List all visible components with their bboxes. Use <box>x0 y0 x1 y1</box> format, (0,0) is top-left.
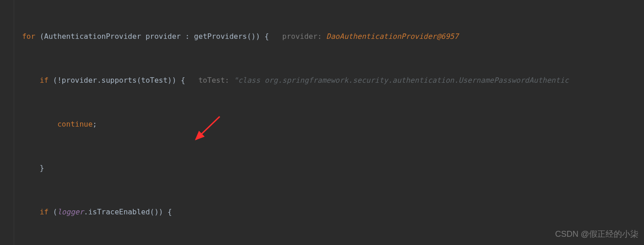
code-editor[interactable]: for (AuthenticationProvider provider : g… <box>0 0 644 245</box>
code-line[interactable]: if (logger.isTraceEnabled()) { <box>0 205 644 219</box>
code-text: (AuthenticationProvider provider : getPr… <box>35 32 282 41</box>
keyword-for: for <box>22 32 35 41</box>
inline-hint: provider: DaoAuthenticationProvider@6957 <box>282 32 459 41</box>
keyword-continue: continue <box>57 120 92 128</box>
inline-hint: toTest: "class org.springframework.secur… <box>198 76 568 85</box>
code-text: .isTraceEnabled()) { <box>84 208 172 216</box>
code-text: (!provider.supports(toTest)) { <box>49 76 199 85</box>
code-line[interactable]: } <box>0 161 644 176</box>
keyword-if: if <box>40 76 49 85</box>
field-ref: logger <box>57 208 84 216</box>
code-line[interactable]: continue; <box>0 117 644 132</box>
keyword-if: if <box>40 208 49 216</box>
code-text: ( <box>49 208 57 216</box>
code-line[interactable]: for (AuthenticationProvider provider : g… <box>0 29 644 44</box>
code-line[interactable]: if (!provider.supports(toTest)) { toTest… <box>0 73 644 88</box>
code-text: } <box>40 164 44 172</box>
watermark-text: CSDN @假正经的小柒 <box>555 227 639 241</box>
code-text: ; <box>92 120 97 128</box>
